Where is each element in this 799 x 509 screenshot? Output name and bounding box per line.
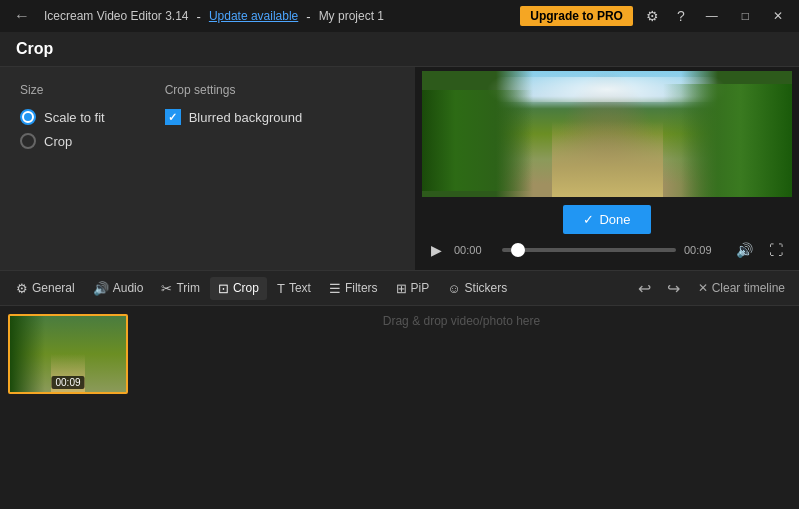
pip-icon: ⊞: [396, 281, 407, 296]
current-time: 00:00: [454, 244, 494, 256]
blurred-bg-checkbox[interactable]: ✓: [165, 109, 181, 125]
page-title: Crop: [0, 32, 799, 67]
pip-label: PiP: [411, 281, 430, 295]
crop-option[interactable]: Crop: [20, 133, 105, 149]
drag-hint: Drag & drop video/photo here: [132, 314, 791, 328]
size-label: Size: [20, 83, 105, 97]
scale-to-fit-option[interactable]: Scale to fit: [20, 109, 105, 125]
size-section: Size Scale to fit Crop: [20, 83, 105, 149]
done-label: Done: [599, 212, 630, 227]
timeline: 00:09 Drag & drop video/photo here: [0, 306, 799, 509]
app-name: Icecream Video Editor 3.14: [44, 9, 189, 23]
toolbar: ⚙ General 🔊 Audio ✂ Trim ⊡ Crop T Text ☰…: [0, 270, 799, 306]
toolbar-filters[interactable]: ☰ Filters: [321, 277, 386, 300]
scene-background: [422, 71, 792, 197]
text-label: Text: [289, 281, 311, 295]
toolbar-trim[interactable]: ✂ Trim: [153, 277, 208, 300]
preview-image: [422, 71, 792, 197]
settings-icon-button[interactable]: ⚙: [641, 6, 664, 26]
titlebar-left: ← Icecream Video Editor 3.14 - Update av…: [8, 5, 384, 27]
back-button[interactable]: ←: [8, 5, 36, 27]
stickers-label: Stickers: [465, 281, 508, 295]
clear-icon: ✕: [698, 281, 708, 295]
audio-icon: 🔊: [93, 281, 109, 296]
toolbar-right: ↩ ↪ ✕ Clear timeline: [634, 277, 791, 300]
crop-settings-section: Crop settings ✓ Blurred background: [165, 83, 302, 149]
video-preview: ✓ Done ▶ 00:00 00:09 🔊 ⛶: [415, 67, 799, 270]
filters-label: Filters: [345, 281, 378, 295]
done-check-icon: ✓: [583, 212, 594, 227]
toolbar-crop[interactable]: ⊡ Crop: [210, 277, 267, 300]
left-panel: Size Scale to fit Crop Crop settings ✓: [0, 67, 415, 270]
close-button[interactable]: ✕: [765, 7, 791, 25]
trim-label: Trim: [176, 281, 200, 295]
stickers-icon: ☺: [447, 281, 460, 296]
help-icon-button[interactable]: ?: [672, 6, 690, 26]
scene-left-plants: [422, 90, 533, 191]
redo-button[interactable]: ↪: [663, 277, 684, 300]
toolbar-audio[interactable]: 🔊 Audio: [85, 277, 152, 300]
undo-button[interactable]: ↩: [634, 277, 655, 300]
upgrade-button[interactable]: Upgrade to PRO: [520, 6, 633, 26]
filters-icon: ☰: [329, 281, 341, 296]
dash: -: [306, 9, 310, 24]
title-bar: ← Icecream Video Editor 3.14 - Update av…: [0, 0, 799, 32]
total-time: 00:09: [684, 244, 724, 256]
crop-area: Size Scale to fit Crop Crop settings ✓: [0, 67, 799, 270]
minimize-button[interactable]: —: [698, 7, 726, 25]
play-button[interactable]: ▶: [427, 240, 446, 260]
toolbar-pip[interactable]: ⊞ PiP: [388, 277, 438, 300]
crop-icon: ⊡: [218, 281, 229, 296]
trim-icon: ✂: [161, 281, 172, 296]
crop-label: Crop: [233, 281, 259, 295]
project-name: My project 1: [319, 9, 384, 23]
text-icon: T: [277, 281, 285, 296]
volume-button[interactable]: 🔊: [732, 240, 757, 260]
fullscreen-button[interactable]: ⛶: [765, 240, 787, 260]
scale-to-fit-label: Scale to fit: [44, 110, 105, 125]
maximize-button[interactable]: □: [734, 7, 757, 25]
clip-duration: 00:09: [51, 376, 84, 389]
general-icon: ⚙: [16, 281, 28, 296]
general-label: General: [32, 281, 75, 295]
toolbar-stickers[interactable]: ☺ Stickers: [439, 277, 515, 300]
crop-settings-label: Crop settings: [165, 83, 302, 97]
clear-timeline-button[interactable]: ✕ Clear timeline: [692, 279, 791, 297]
scene-right-plants: [663, 84, 793, 197]
scene-path: [552, 121, 663, 197]
clip-item[interactable]: 00:09: [8, 314, 128, 394]
video-controls: ▶ 00:00 00:09 🔊 ⛶: [419, 234, 795, 266]
scale-to-fit-radio[interactable]: [20, 109, 36, 125]
blurred-bg-option[interactable]: ✓ Blurred background: [165, 109, 302, 125]
clip-left-green: [10, 316, 45, 392]
update-link[interactable]: Update available: [209, 9, 298, 23]
main-content: Crop Size Scale to fit Crop: [0, 32, 799, 509]
timeline-content: 00:09 Drag & drop video/photo here: [0, 306, 799, 406]
clear-label: Clear timeline: [712, 281, 785, 295]
crop-label: Crop: [44, 134, 72, 149]
audio-label: Audio: [113, 281, 144, 295]
toolbar-general[interactable]: ⚙ General: [8, 277, 83, 300]
blurred-bg-label: Blurred background: [189, 110, 302, 125]
toolbar-text[interactable]: T Text: [269, 277, 319, 300]
separator: -: [197, 9, 201, 24]
progress-bar[interactable]: [502, 248, 676, 252]
titlebar-right: Upgrade to PRO ⚙ ? — □ ✕: [520, 6, 791, 26]
crop-radio[interactable]: [20, 133, 36, 149]
done-button[interactable]: ✓ Done: [563, 205, 650, 234]
progress-knob[interactable]: [511, 243, 525, 257]
